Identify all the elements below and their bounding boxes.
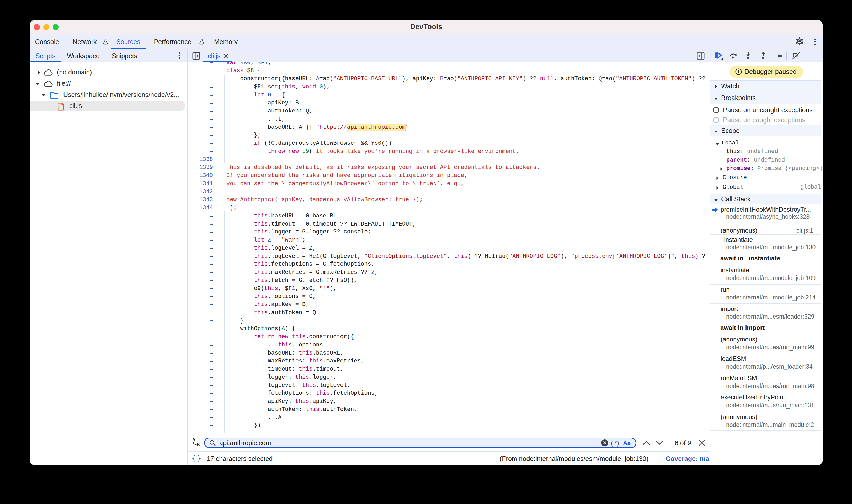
svg-text:B: B bbox=[197, 443, 200, 447]
svg-text:A: A bbox=[192, 437, 195, 442]
